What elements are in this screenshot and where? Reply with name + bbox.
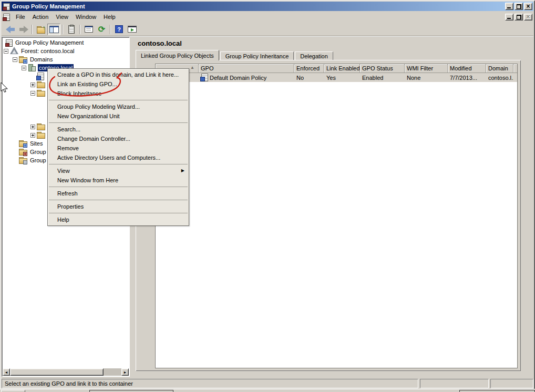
scroll-left-button[interactable]: ◄ (3, 368, 10, 376)
tree-item-label: Forest: contoso.local (20, 47, 76, 55)
list-header: ▲ GPO Enforced Link Enabled GPO Status W… (156, 64, 517, 73)
scroll-right-button[interactable]: ► (121, 368, 129, 376)
menu-item-view[interactable]: View▶ (48, 166, 189, 176)
forest-icon (10, 47, 18, 55)
menu-item-refresh[interactable]: Refresh (48, 189, 189, 198)
properties-button[interactable] (82, 24, 95, 35)
expand-toggle[interactable] (30, 133, 35, 138)
collapse-toggle[interactable] (22, 66, 26, 70)
toolbar-separator (79, 25, 80, 34)
domain-icon (28, 64, 36, 72)
console-window-icon (3, 13, 10, 21)
app-icon (3, 3, 10, 11)
expand-toggle[interactable] (30, 82, 35, 87)
tree-item-group-policy-management[interactable]: Group Policy Management (3, 38, 129, 47)
back-button[interactable] (4, 24, 17, 35)
window-title: Group Policy Management (12, 3, 505, 9)
page-title: contoso.local (138, 39, 182, 47)
close-icon: × (526, 4, 530, 9)
forward-button[interactable] (17, 24, 30, 35)
menu-view[interactable]: View (52, 13, 72, 21)
menu-item-help[interactable]: Help (48, 215, 189, 224)
taskbar-button[interactable] (1, 390, 25, 392)
minimize-icon (507, 7, 511, 8)
menu-separator (49, 213, 188, 213)
close-button[interactable]: × (524, 3, 532, 10)
menu-file[interactable]: File (12, 13, 29, 21)
child-restore-button[interactable] (515, 14, 523, 20)
context-menu: Create a GPO in this domain, and Link it… (47, 68, 189, 226)
table-row-default-domain-policy[interactable]: Default Domain Policy No Yes Enabled Non… (156, 73, 517, 82)
gpo-status-value: Enabled (360, 75, 405, 81)
scrollbar-thumb[interactable] (10, 368, 104, 376)
domain-column-header[interactable]: Domain (486, 64, 513, 73)
menu-item-remove[interactable]: Remove (48, 143, 189, 153)
folder-icon (37, 131, 45, 139)
titlebar: Group Policy Management × (2, 2, 533, 11)
collapse-toggle[interactable] (4, 49, 8, 54)
menu-item-new-window-from-here[interactable]: New Window from Here (48, 176, 189, 185)
status-panel (420, 379, 489, 388)
list-badge-icon (23, 160, 27, 164)
grid-badge-icon (23, 143, 27, 148)
taskbar-button[interactable] (89, 390, 173, 392)
collapse-toggle[interactable] (13, 57, 17, 62)
tab-page: ▲ GPO Enforced Link Enabled GPO Status W… (136, 60, 521, 371)
menu-action[interactable]: Action (29, 13, 53, 21)
close-icon: × (526, 14, 530, 19)
wmi-filter-value: None (405, 75, 448, 81)
menu-item-change-domain-controller[interactable]: Change Domain Controller... (48, 134, 189, 143)
sites-folder-icon (19, 139, 27, 148)
gpo-status-column-header[interactable]: GPO Status (360, 64, 405, 73)
toolbar: ↑ ⟳ ? (2, 23, 533, 36)
menu-item-new-organizational-unit[interactable]: New Organizational Unit (48, 111, 189, 121)
minimize-button[interactable] (505, 3, 513, 10)
tab-group-policy-inheritance[interactable]: Group Policy Inheritance (220, 51, 294, 60)
tab-linked-group-policy-objects[interactable]: Linked Group Policy Objects (136, 50, 219, 60)
restore-button[interactable] (515, 3, 523, 10)
taskbar-button[interactable] (459, 390, 535, 392)
gpo-icon (201, 74, 208, 81)
tree-item-label: Sites (29, 140, 44, 147)
menu-window[interactable]: Window (72, 13, 100, 21)
menu-help[interactable]: Help (100, 13, 119, 21)
scrollbar-track[interactable] (104, 368, 121, 376)
status-text: Select an existing GPO and link it to th… (2, 379, 418, 388)
modified-column-header[interactable]: Modified (448, 64, 486, 73)
export-list-button[interactable] (65, 24, 78, 35)
gpo-column-header[interactable]: GPO (199, 64, 294, 73)
refresh-icon: ⟳ (98, 25, 105, 34)
menu-separator (49, 100, 188, 100)
tree-item-label: Domains (29, 56, 54, 63)
menu-item-create-gpo[interactable]: Create a GPO in this domain, and Link it… (48, 70, 189, 79)
horizontal-scrollbar[interactable]: ◄ ► (3, 368, 129, 376)
expand-toggle[interactable] (30, 125, 35, 129)
menu-item-gp-modeling-wizard[interactable]: Group Policy Modeling Wizard... (48, 102, 189, 111)
tree-item-label: Group Policy Management (14, 39, 85, 46)
help-button[interactable]: ? (112, 24, 126, 35)
menubar: File Action View Window Help × (2, 12, 533, 22)
up-one-level-button[interactable]: ↑ (34, 24, 47, 35)
show-in-new-window-button[interactable] (126, 24, 139, 35)
submenu-arrow-icon: ▶ (181, 166, 184, 176)
menu-item-link-existing-gpo[interactable]: Link an Existing GPO... (48, 79, 189, 89)
collapse-toggle[interactable] (30, 91, 35, 96)
back-arrow-icon (6, 26, 15, 33)
show-console-tree-button[interactable] (47, 24, 60, 35)
media-window-icon (128, 26, 137, 33)
child-close-button[interactable]: × (524, 14, 532, 20)
tree-item-domains[interactable]: Domains (3, 55, 129, 64)
enforced-column-header[interactable]: Enforced (294, 64, 324, 73)
properties-icon (85, 26, 93, 33)
tab-strip: Linked Group Policy Objects Group Policy… (136, 50, 334, 60)
menu-item-search[interactable]: Search... (48, 125, 189, 134)
menu-item-ad-users-and-computers[interactable]: Active Directory Users and Computers... (48, 153, 189, 162)
tab-delegation[interactable]: Delegation (295, 51, 333, 60)
tree-item-forest[interactable]: Forest: contoso.local (3, 47, 129, 55)
menu-item-block-inheritance[interactable]: Block Inheritance (48, 89, 189, 98)
refresh-button[interactable]: ⟳ (95, 24, 108, 35)
child-minimize-button[interactable] (505, 14, 513, 20)
menu-item-properties[interactable]: Properties (48, 202, 189, 211)
wmi-filter-column-header[interactable]: WMI Filter (405, 64, 448, 73)
link-enabled-column-header[interactable]: Link Enabled (324, 64, 360, 73)
